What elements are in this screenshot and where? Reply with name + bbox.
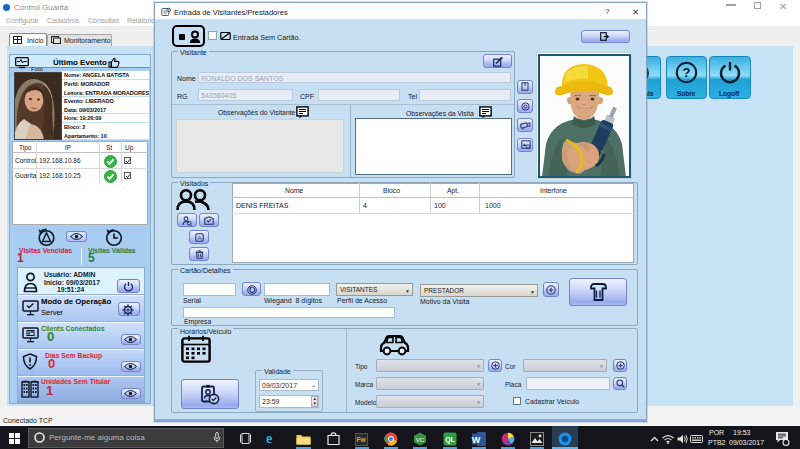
svg-text:QL: QL [445,436,455,444]
svg-text:VC: VC [416,437,425,443]
svg-text:A: A [197,234,201,240]
svg-text:W: W [472,435,481,445]
svg-text:?: ? [683,65,691,80]
